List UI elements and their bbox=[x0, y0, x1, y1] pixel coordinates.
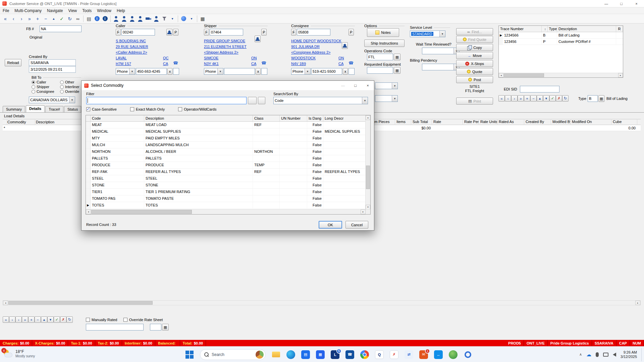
tab[interactable]: Status bbox=[64, 106, 81, 112]
taskbar-folder-icon[interactable] bbox=[272, 350, 280, 359]
commodity-row[interactable]: ► TOTES TOTES False bbox=[86, 202, 370, 209]
details-add[interactable] bbox=[28, 316, 35, 323]
caller-contact-button[interactable] bbox=[166, 29, 172, 36]
dialog-checkbox[interactable]: Exact Match Only bbox=[130, 107, 165, 111]
consignee-code-input[interactable] bbox=[297, 29, 330, 36]
web-icon[interactable] bbox=[179, 15, 187, 23]
about-icon[interactable] bbox=[101, 15, 109, 23]
trace-refresh[interactable] bbox=[562, 95, 569, 102]
truck-icon[interactable] bbox=[144, 15, 152, 23]
shipper-f-button[interactable]: F bbox=[204, 29, 209, 36]
load-details-column-header[interactable]: Items bbox=[395, 119, 411, 125]
menu-item[interactable]: File bbox=[0, 8, 12, 13]
menu-item[interactable]: Multi-Company bbox=[12, 8, 44, 13]
shipper-phone-ext-input[interactable] bbox=[261, 68, 267, 75]
commodity-row[interactable]: MULCH LANDSCAPPING MULCH False bbox=[86, 142, 370, 148]
caller-name-link[interactable]: S BOUDRIAS INC bbox=[116, 39, 146, 43]
trace-cancel[interactable] bbox=[556, 95, 562, 102]
trace-type-input[interactable] bbox=[588, 95, 598, 102]
override-rate-sheet-checkbox[interactable]: Override Rate Sheet bbox=[123, 318, 163, 322]
caller-phone-ext-input[interactable] bbox=[173, 68, 179, 75]
taskbar-sync-app-icon[interactable]: ⇄ bbox=[405, 350, 413, 359]
nav-next-icon[interactable] bbox=[17, 15, 25, 23]
code-column-header[interactable]: Code bbox=[91, 115, 144, 121]
taskbar-store-icon[interactable]: ▤ bbox=[301, 350, 310, 359]
trace-nav-next[interactable] bbox=[511, 95, 518, 102]
wait-time-dropdown[interactable] bbox=[422, 48, 460, 54]
operations-code-input[interactable] bbox=[367, 54, 393, 60]
details-save[interactable] bbox=[54, 316, 60, 323]
consignee-phone-icon[interactable] bbox=[348, 61, 354, 65]
save-record-icon[interactable] bbox=[58, 15, 66, 23]
details-cancel[interactable] bbox=[60, 316, 66, 323]
taskbar-x-app-icon[interactable]: ✗ bbox=[390, 350, 398, 359]
bill-to-radio[interactable]: Other bbox=[60, 80, 82, 85]
taskbar-edge-icon[interactable] bbox=[286, 350, 295, 359]
dialog-checkbox[interactable]: Case-Sensitive bbox=[86, 107, 117, 111]
print-icon[interactable] bbox=[85, 15, 93, 23]
shipper-postal-link[interactable]: N3Y 4K1 bbox=[204, 62, 219, 66]
trace-row[interactable]: ► 1234566 B Bill of Lading bbox=[499, 32, 623, 39]
consignee-name-link[interactable]: HOME DEPOT WOODSTOCK bbox=[291, 39, 341, 43]
tab[interactable]: Trace# bbox=[45, 106, 63, 112]
taskbar-hamachi-icon[interactable] bbox=[464, 350, 472, 359]
load-details-column-header[interactable]: Rate Units bbox=[479, 119, 497, 125]
load-details-column-header[interactable]: Created By bbox=[524, 119, 551, 125]
commodity-vscrollbar[interactable]: ▴ ▾ bbox=[365, 115, 370, 209]
cancel-button[interactable]: Cancel bbox=[345, 221, 368, 229]
load-details-column-header[interactable]: Cube bbox=[611, 119, 637, 125]
requested-equipment-lookup-button[interactable] bbox=[394, 67, 400, 74]
load-details-column-header[interactable]: Modified By bbox=[551, 119, 571, 125]
rate-input[interactable] bbox=[86, 324, 144, 330]
window-minimize-button[interactable]: — bbox=[599, 0, 614, 7]
tray-chevron-up-icon[interactable]: ∧ bbox=[579, 352, 582, 357]
caller-address2-link[interactable]: <Caller Address 2> bbox=[116, 50, 147, 54]
shipper-phone-type-dropdown[interactable]: Phone bbox=[204, 68, 223, 75]
shipper-city-link[interactable]: SIMCOE bbox=[204, 56, 218, 60]
commodity-row[interactable]: MEAT MEAT LOAD REF False bbox=[86, 122, 370, 128]
dialog-close-button[interactable]: × bbox=[362, 81, 374, 90]
load-details-column-header[interactable]: Rate Per bbox=[463, 119, 479, 125]
commodity-row[interactable]: PALLETS PALLETS False bbox=[86, 155, 370, 162]
consignee-phone-type-dropdown[interactable]: Phone bbox=[291, 68, 311, 75]
caller-code-input[interactable] bbox=[121, 29, 155, 36]
find-contact-icon[interactable] bbox=[136, 15, 144, 23]
caller-p-button[interactable]: P bbox=[173, 29, 178, 36]
consignee-contact-button[interactable] bbox=[342, 42, 348, 49]
commodity-hscrollbar[interactable]: ◂ ▸ bbox=[86, 209, 371, 214]
consignee-address1-link[interactable]: 901 JULIANA DR bbox=[291, 45, 320, 49]
web-dropdown-icon[interactable] bbox=[187, 15, 196, 23]
consignee-country-link[interactable]: CA bbox=[338, 62, 343, 66]
details-delete[interactable] bbox=[35, 316, 41, 323]
filter-dropdown-icon[interactable] bbox=[168, 15, 176, 23]
menu-item[interactable]: View bbox=[65, 8, 79, 13]
notes-button[interactable]: Notes bbox=[367, 28, 399, 37]
commodity-row[interactable]: NORTHON ALCOHOL / BEER NORTHON False bbox=[86, 148, 370, 155]
commodity-row[interactable]: TOMATO PAS TOMATO PASTE False bbox=[86, 195, 370, 202]
consignee-city-link[interactable]: WOODSTOCK bbox=[291, 56, 316, 60]
taskbar-search[interactable]: Search bbox=[200, 349, 266, 360]
trace-row[interactable]: 123456 P Customer PO/Ref # bbox=[499, 39, 623, 45]
trace-hscrollbar[interactable]: ◂ ▸ bbox=[499, 73, 623, 77]
commodity-row[interactable]: MTY PAID EMPTY MILES False bbox=[86, 135, 370, 142]
caller-f-button[interactable]: F bbox=[116, 29, 121, 36]
description-header[interactable]: Description bbox=[36, 120, 54, 124]
tab[interactable]: Summary bbox=[3, 106, 25, 112]
dialog-minimize-button[interactable]: — bbox=[337, 81, 349, 90]
report-icon[interactable] bbox=[199, 15, 207, 23]
dialog-filter-clear-button[interactable] bbox=[258, 97, 265, 104]
shipper-country-link[interactable]: CA bbox=[251, 62, 256, 66]
trace-delete[interactable] bbox=[530, 95, 537, 102]
menu-item[interactable]: Navigate bbox=[44, 8, 65, 13]
dialog-filter-input[interactable] bbox=[86, 97, 247, 104]
operations-code-lookup-button[interactable] bbox=[394, 54, 400, 60]
consignee-postal-link[interactable]: N4V 1B9 bbox=[291, 62, 306, 66]
ok-button[interactable]: OK bbox=[319, 221, 342, 229]
quote-button[interactable]: Quote bbox=[456, 68, 493, 75]
find-button[interactable]: Find... bbox=[456, 28, 493, 35]
add-record-icon[interactable] bbox=[34, 15, 42, 23]
menu-item[interactable]: Help bbox=[114, 8, 128, 13]
commodity-row[interactable]: PRODUCE PRODUCE TEMP False bbox=[86, 162, 370, 169]
shipper-phone-clear-button[interactable]: x bbox=[256, 68, 261, 75]
taskbar-phone-link-icon[interactable]: ☎ bbox=[345, 350, 354, 359]
